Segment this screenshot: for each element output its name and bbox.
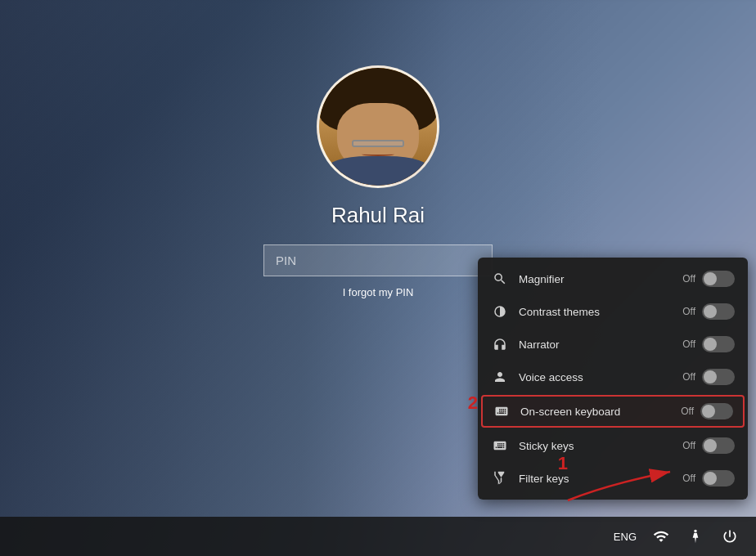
- magnifier-toggle[interactable]: [702, 271, 735, 287]
- keyboard-icon: [493, 402, 511, 420]
- access-item-magnifier[interactable]: MagnifierOff: [478, 262, 748, 295]
- taskbar: ENG: [0, 517, 756, 556]
- filter-status: Off: [682, 473, 695, 484]
- pin-input[interactable]: [263, 244, 493, 276]
- narrator-label: Narrator: [519, 339, 682, 351]
- access-item-keyboard[interactable]: On-screen keyboardOff: [481, 395, 745, 428]
- contrast-label: Contrast themes: [519, 306, 682, 318]
- filter-label: Filter keys: [519, 473, 682, 485]
- access-item-contrast[interactable]: Contrast themesOff: [478, 295, 748, 328]
- forgot-pin-link[interactable]: I forgot my PIN: [343, 286, 414, 298]
- access-item-voice[interactable]: Voice accessOff: [478, 361, 748, 393]
- avatar-face: [319, 68, 437, 186]
- sticky-toggle[interactable]: [702, 437, 735, 454]
- narrator-toggle[interactable]: [702, 336, 735, 352]
- filter-toggle[interactable]: [702, 470, 735, 486]
- sticky-icon: [491, 437, 509, 455]
- contrast-status: Off: [682, 306, 695, 317]
- contrast-icon: [491, 303, 509, 321]
- keyboard-toggle[interactable]: [700, 403, 733, 419]
- keyboard-label: On-screen keyboard: [520, 406, 681, 418]
- voice-status: Off: [682, 371, 695, 383]
- svg-point-1: [694, 530, 696, 532]
- language-indicator: ENG: [614, 531, 637, 543]
- contrast-toggle[interactable]: [702, 303, 735, 320]
- narrator-icon: [491, 335, 509, 353]
- access-item-narrator[interactable]: NarratorOff: [478, 328, 748, 361]
- annotation-2: 2: [468, 392, 478, 414]
- filter-icon: [491, 469, 509, 487]
- wifi-icon[interactable]: [651, 527, 671, 546]
- magnifier-icon: [491, 270, 509, 288]
- narrator-status: Off: [682, 339, 695, 350]
- magnifier-label: Magnifier: [519, 273, 682, 285]
- keyboard-status: Off: [681, 406, 694, 417]
- accessibility-icon[interactable]: [686, 527, 705, 546]
- avatar: [317, 65, 439, 188]
- voice-toggle[interactable]: [702, 369, 735, 385]
- access-item-filter[interactable]: Filter keysOff: [478, 462, 748, 495]
- power-icon[interactable]: [720, 527, 740, 546]
- voice-icon: [491, 368, 509, 386]
- sticky-status: Off: [682, 440, 695, 451]
- sticky-label: Sticky keys: [519, 440, 682, 452]
- magnifier-status: Off: [682, 273, 695, 285]
- avatar-glasses: [352, 140, 405, 147]
- annotation-1: 1: [558, 453, 568, 474]
- accessibility-panel: MagnifierOffContrast themesOffNarratorOf…: [478, 258, 748, 500]
- access-item-sticky[interactable]: Sticky keysOff: [478, 429, 748, 462]
- user-name: Rahul Rai: [331, 203, 425, 228]
- avatar-body: [325, 156, 431, 186]
- pin-input-wrapper: [263, 244, 493, 276]
- voice-label: Voice access: [519, 371, 682, 383]
